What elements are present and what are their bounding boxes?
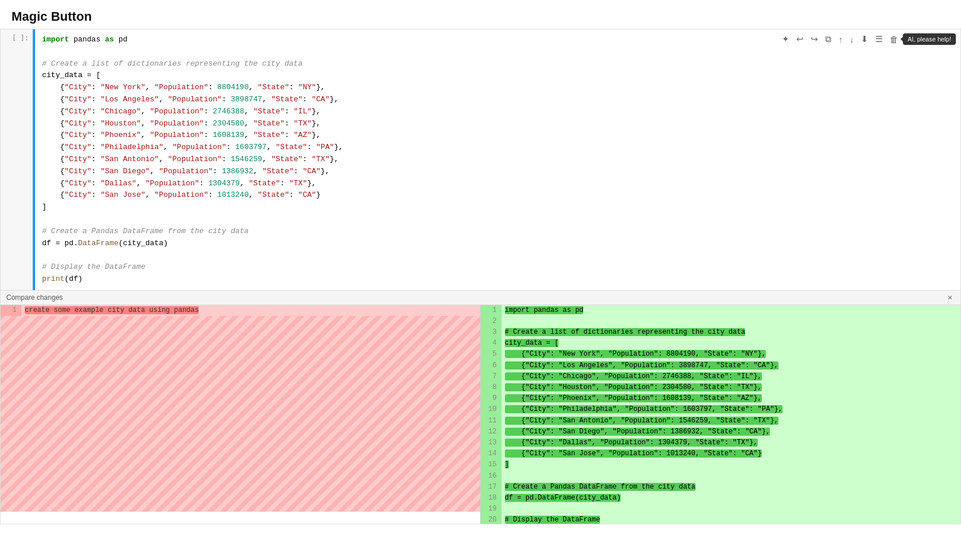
diff-added-content	[502, 316, 961, 327]
page-title: Magic Button	[0, 0, 961, 29]
cell-execution-count: [ ]:	[1, 29, 33, 290]
compare-label: Compare changes	[6, 294, 63, 302]
compare-close-button[interactable]: ×	[945, 293, 955, 302]
redo-button[interactable]: ↪	[808, 33, 821, 45]
notebook-cell: [ ]: ✦ ↩ ↪ ⧉ ↑ ↓ ⬇ ☰ 🗑 AI, please help! …	[0, 29, 961, 291]
diff-added-content	[502, 471, 961, 482]
diff-line-number: 11	[481, 416, 502, 426]
cell-code-content[interactable]: import pandas as pd # Create a list of d…	[1, 29, 960, 290]
diff-line-number: 17	[481, 482, 502, 493]
diff-line-number: 3	[481, 327, 502, 338]
diff-added-content: # Display the DataFrame	[502, 515, 961, 523]
diff-added-content: {"City": "San Diego", "Population": 1386…	[502, 426, 961, 437]
diff-line-number: 6	[481, 360, 502, 371]
diff-line-number: 4	[481, 338, 502, 349]
diff-line-number: 12	[481, 426, 502, 437]
save-button[interactable]: ⬇	[859, 33, 871, 45]
diff-added-line-4: 4 city_data = [	[481, 338, 961, 349]
diff-added-line-18: 18 df = pd.DataFrame(city_data)	[481, 493, 961, 504]
diff-line-number: 10	[481, 404, 502, 415]
diff-added-content: # Create a Pandas DataFrame from the cit…	[502, 482, 961, 493]
compare-left-panel: 1 create some example city data using pa…	[1, 305, 481, 524]
diff-added-content: {"City": "New York", "Population": 88041…	[502, 349, 961, 360]
cell-left-bar	[33, 29, 35, 290]
diff-line-number: 13	[481, 437, 502, 448]
move-down-button[interactable]: ↓	[848, 33, 857, 45]
copy-button[interactable]: ⧉	[823, 33, 834, 45]
diff-line-number: 7	[481, 371, 502, 382]
diff-line-number: 9	[481, 393, 502, 404]
diff-line-number: 14	[481, 448, 502, 459]
diff-line-number: 1	[481, 305, 502, 316]
diff-added-content: {"City": "San Antonio", "Population": 15…	[502, 416, 961, 426]
diff-line-number: 5	[481, 349, 502, 360]
diff-line-number: 20	[481, 515, 502, 523]
diff-added-line-16: 16	[481, 471, 961, 482]
diff-added-line-5: 5 {"City": "New York", "Population": 880…	[481, 349, 961, 360]
diff-added-line-10: 10 {"City": "Philadelphia", "Population"…	[481, 404, 961, 415]
diff-added-content	[502, 504, 961, 515]
compare-body: 1 create some example city data using pa…	[1, 305, 960, 524]
diff-added-line-9: 9 {"City": "Phoenix", "Population": 1608…	[481, 393, 961, 404]
diff-line-number: 19	[481, 504, 502, 515]
diff-line-number: 2	[481, 316, 502, 327]
magic-button[interactable]: ✦	[780, 33, 792, 45]
diff-added-line-2: 2	[481, 316, 961, 327]
diff-added-content: {"City": "Houston", "Population": 230458…	[502, 382, 961, 393]
diff-stripe-area	[1, 316, 480, 512]
compare-header: Compare changes ×	[1, 291, 960, 305]
delete-button[interactable]: 🗑	[887, 33, 901, 45]
diff-added-content: {"City": "Phoenix", "Population": 160813…	[502, 393, 961, 404]
diff-added-line-7: 7 {"City": "Chicago", "Population": 2746…	[481, 371, 961, 382]
diff-added-line-17: 17 # Create a Pandas DataFrame from the …	[481, 482, 961, 493]
diff-added-content: {"City": "Chicago", "Population": 274638…	[502, 371, 961, 382]
diff-added-content: {"City": "Philadelphia", "Population": 1…	[502, 404, 961, 415]
undo-button[interactable]: ↩	[794, 33, 806, 45]
diff-added-content: df = pd.DataFrame(city_data)	[502, 493, 961, 504]
diff-removed-line: 1 create some example city data using pa…	[1, 305, 480, 316]
diff-line-number: 8	[481, 382, 502, 393]
diff-added-line-15: 15 ]	[481, 459, 961, 470]
comment-button[interactable]: ☰	[873, 33, 885, 45]
diff-added-content: # Create a list of dictionaries represen…	[502, 327, 961, 338]
compare-right-panel: 1 import pandas as pd 2 3 # Create a lis…	[481, 305, 961, 524]
cell-toolbar: ✦ ↩ ↪ ⧉ ↑ ↓ ⬇ ☰ 🗑 AI, please help!	[780, 33, 956, 45]
diff-added-line-13: 13 {"City": "Dallas", "Population": 1304…	[481, 437, 961, 448]
diff-added-line-8: 8 {"City": "Houston", "Population": 2304…	[481, 382, 961, 393]
diff-added-line-11: 11 {"City": "San Antonio", "Population":…	[481, 416, 961, 426]
diff-added-content: ]	[502, 459, 961, 470]
diff-added-line-14: 14 {"City": "San Jose", "Population": 10…	[481, 448, 961, 459]
diff-line-number: 15	[481, 459, 502, 470]
diff-line-number: 1	[1, 305, 21, 316]
diff-removed-content: create some example city data using pand…	[21, 305, 480, 316]
diff-added-content: {"City": "Dallas", "Population": 1304379…	[502, 437, 961, 448]
diff-added-content: {"City": "Los Angeles", "Population": 38…	[502, 360, 961, 371]
compare-panel: Compare changes × 1 create some example …	[0, 291, 961, 524]
diff-added-line-19: 19	[481, 504, 961, 515]
move-up-button[interactable]: ↑	[836, 33, 845, 45]
diff-added-line-12: 12 {"City": "San Diego", "Population": 1…	[481, 426, 961, 437]
diff-line-number: 16	[481, 471, 502, 482]
diff-added-content: city_data = [	[502, 338, 961, 349]
diff-added-content: {"City": "San Jose", "Population": 10132…	[502, 448, 961, 459]
diff-added-line-20: 20 # Display the DataFrame	[481, 515, 961, 523]
diff-line-number: 18	[481, 493, 502, 504]
diff-added-line-3: 3 # Create a list of dictionaries repres…	[481, 327, 961, 338]
ai-tooltip: AI, please help!	[903, 33, 956, 45]
diff-added-line-1: 1 import pandas as pd	[481, 305, 961, 316]
diff-added-line-6: 6 {"City": "Los Angeles", "Population": …	[481, 360, 961, 371]
diff-added-content: import pandas as pd	[502, 305, 961, 316]
